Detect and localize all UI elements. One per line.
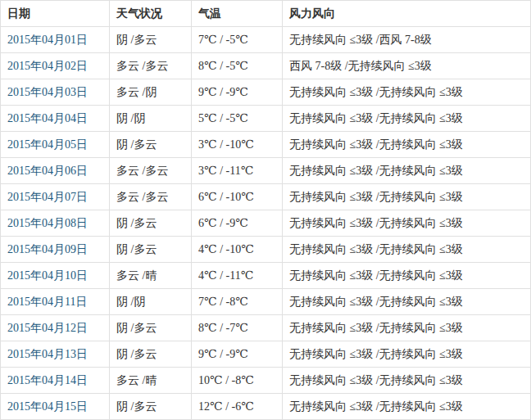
date-cell: 2015年04月15日 <box>1 394 110 420</box>
wind-cell: 无持续风向 ≤3级 /西风 7-8级 <box>283 27 531 53</box>
date-link[interactable]: 2015年04月15日 <box>7 400 88 413</box>
temperature-cell: 6℃ / -9℃ <box>192 210 283 237</box>
weather-cell: 阴 /多云 <box>110 27 192 53</box>
date-cell: 2015年04月05日 <box>1 132 110 158</box>
table-row: 2015年04月08日阴 /多云6℃ / -9℃无持续风向 ≤3级 /无持续风向… <box>1 210 531 237</box>
wind-cell: 无持续风向 ≤3级 /无持续风向 ≤3级 <box>283 132 531 158</box>
date-cell: 2015年04月06日 <box>1 158 110 184</box>
date-link[interactable]: 2015年04月14日 <box>7 374 88 386</box>
table-row: 2015年04月06日多云 /多云3℃ / -11℃无持续风向 ≤3级 /无持续… <box>1 158 531 184</box>
date-link[interactable]: 2015年04月11日 <box>7 296 87 308</box>
date-cell: 2015年04月13日 <box>1 341 110 368</box>
date-cell: 2015年04月11日 <box>1 289 110 315</box>
temperature-cell: 5℃ / -5℃ <box>192 106 283 132</box>
wind-cell: 无持续风向 ≤3级 /无持续风向 ≤3级 <box>283 210 531 237</box>
temperature-cell: 7℃ / -8℃ <box>192 289 283 315</box>
temperature-cell: 3℃ / -10℃ <box>192 132 283 158</box>
weather-cell: 阴 /阴 <box>110 106 192 132</box>
weather-cell: 阴 /多云 <box>110 132 192 158</box>
date-link[interactable]: 2015年04月06日 <box>7 165 88 177</box>
table-row: 2015年04月03日多云 /阴9℃ / -9℃无持续风向 ≤3级 /无持续风向… <box>1 79 531 106</box>
table-row: 2015年04月12日阴 /多云8℃ / -7℃无持续风向 ≤3级 /无持续风向… <box>1 315 531 341</box>
date-cell: 2015年04月10日 <box>1 263 110 289</box>
temperature-cell: 10℃ / -8℃ <box>192 368 283 394</box>
weather-cell: 阴 /阴 <box>110 289 192 315</box>
wind-cell: 无持续风向 ≤3级 /无持续风向 ≤3级 <box>283 237 531 263</box>
temperature-cell: 6℃ / -10℃ <box>192 184 283 210</box>
date-link[interactable]: 2015年04月12日 <box>7 322 88 334</box>
temperature-cell: 8℃ / -7℃ <box>192 315 283 341</box>
table-row: 2015年04月13日阴 /多云9℃ / -9℃无持续风向 ≤3级 /无持续风向… <box>1 341 531 368</box>
wind-cell: 无持续风向 ≤3级 /无持续风向 ≤3级 <box>283 368 531 394</box>
date-link[interactable]: 2015年04月01日 <box>7 34 88 46</box>
column-header-date: 日期 <box>1 1 110 27</box>
temperature-cell: 7℃ / -5℃ <box>192 27 283 53</box>
wind-cell: 无持续风向 ≤3级 /无持续风向 ≤3级 <box>283 394 531 420</box>
column-header-weather: 天气状况 <box>110 1 192 27</box>
temperature-cell: 12℃ / -6℃ <box>192 394 283 420</box>
date-cell: 2015年04月14日 <box>1 368 110 394</box>
date-link[interactable]: 2015年04月10日 <box>7 269 88 282</box>
date-link[interactable]: 2015年04月09日 <box>7 243 88 255</box>
wind-cell: 无持续风向 ≤3级 /无持续风向 ≤3级 <box>283 79 531 106</box>
date-cell: 2015年04月12日 <box>1 315 110 341</box>
wind-cell: 无持续风向 ≤3级 /无持续风向 ≤3级 <box>283 315 531 341</box>
table-row: 2015年04月07日多云 /多云6℃ / -10℃无持续风向 ≤3级 /无持续… <box>1 184 531 210</box>
date-cell: 2015年04月07日 <box>1 184 110 210</box>
temperature-cell: 8℃ / -5℃ <box>192 53 283 79</box>
table-row: 2015年04月02日多云 /多云8℃ / -5℃西风 7-8级 /无持续风向 … <box>1 53 531 79</box>
date-cell: 2015年04月04日 <box>1 106 110 132</box>
temperature-cell: 4℃ / -11℃ <box>192 263 283 289</box>
weather-cell: 阴 /多云 <box>110 237 192 263</box>
column-header-wind: 风力风向 <box>283 1 531 27</box>
table-row: 2015年04月09日阴 /多云4℃ / -10℃无持续风向 ≤3级 /无持续风… <box>1 237 531 263</box>
weather-cell: 阴 /多云 <box>110 394 192 420</box>
wind-cell: 西风 7-8级 /无持续风向 ≤3级 <box>283 53 531 79</box>
temperature-cell: 4℃ / -10℃ <box>192 237 283 263</box>
wind-cell: 无持续风向 ≤3级 /无持续风向 ≤3级 <box>283 158 531 184</box>
date-link[interactable]: 2015年04月08日 <box>7 217 88 229</box>
table-row: 2015年04月14日多云 /晴10℃ / -8℃无持续风向 ≤3级 /无持续风… <box>1 368 531 394</box>
date-cell: 2015年04月01日 <box>1 27 110 53</box>
date-link[interactable]: 2015年04月03日 <box>7 86 88 98</box>
table-row: 2015年04月04日阴 /阴5℃ / -5℃无持续风向 ≤3级 /无持续风向 … <box>1 106 531 132</box>
weather-cell: 多云 /阴 <box>110 79 192 106</box>
wind-cell: 无持续风向 ≤3级 /无持续风向 ≤3级 <box>283 263 531 289</box>
wind-cell: 无持续风向 ≤3级 /无持续风向 ≤3级 <box>283 106 531 132</box>
table-row: 2015年04月15日阴 /多云12℃ / -6℃无持续风向 ≤3级 /无持续风… <box>1 394 531 420</box>
date-link[interactable]: 2015年04月02日 <box>7 60 88 72</box>
temperature-cell: 9℃ / -9℃ <box>192 341 283 368</box>
date-cell: 2015年04月03日 <box>1 79 110 106</box>
weather-cell: 多云 /晴 <box>110 368 192 394</box>
weather-cell: 阴 /多云 <box>110 315 192 341</box>
date-link[interactable]: 2015年04月04日 <box>7 112 88 124</box>
table-header: 日期 天气状况 气温 风力风向 <box>1 1 531 27</box>
temperature-cell: 9℃ / -9℃ <box>192 79 283 106</box>
weather-cell: 多云 /多云 <box>110 184 192 210</box>
table-row: 2015年04月11日阴 /阴7℃ / -8℃无持续风向 ≤3级 /无持续风向 … <box>1 289 531 315</box>
date-link[interactable]: 2015年04月13日 <box>7 348 88 360</box>
date-cell: 2015年04月02日 <box>1 53 110 79</box>
wind-cell: 无持续风向 ≤3级 /无持续风向 ≤3级 <box>283 184 531 210</box>
date-cell: 2015年04月08日 <box>1 210 110 237</box>
weather-cell: 多云 /多云 <box>110 53 192 79</box>
date-link[interactable]: 2015年04月05日 <box>7 138 88 151</box>
weather-history-table: 日期 天气状况 气温 风力风向 2015年04月01日阴 /多云7℃ / -5℃… <box>0 0 531 420</box>
weather-cell: 多云 /多云 <box>110 158 192 184</box>
column-header-temp: 气温 <box>192 1 283 27</box>
table-body: 2015年04月01日阴 /多云7℃ / -5℃无持续风向 ≤3级 /西风 7-… <box>1 27 531 420</box>
weather-cell: 阴 /多云 <box>110 341 192 368</box>
table-row: 2015年04月10日多云 /晴4℃ / -11℃无持续风向 ≤3级 /无持续风… <box>1 263 531 289</box>
wind-cell: 无持续风向 ≤3级 /无持续风向 ≤3级 <box>283 341 531 368</box>
table-row: 2015年04月05日阴 /多云3℃ / -10℃无持续风向 ≤3级 /无持续风… <box>1 132 531 158</box>
wind-cell: 无持续风向 ≤3级 /无持续风向 ≤3级 <box>283 289 531 315</box>
date-cell: 2015年04月09日 <box>1 237 110 263</box>
table-row: 2015年04月01日阴 /多云7℃ / -5℃无持续风向 ≤3级 /西风 7-… <box>1 27 531 53</box>
temperature-cell: 3℃ / -11℃ <box>192 158 283 184</box>
header-row: 日期 天气状况 气温 风力风向 <box>1 1 531 27</box>
weather-cell: 阴 /多云 <box>110 210 192 237</box>
weather-cell: 多云 /晴 <box>110 263 192 289</box>
date-link[interactable]: 2015年04月07日 <box>7 191 88 203</box>
